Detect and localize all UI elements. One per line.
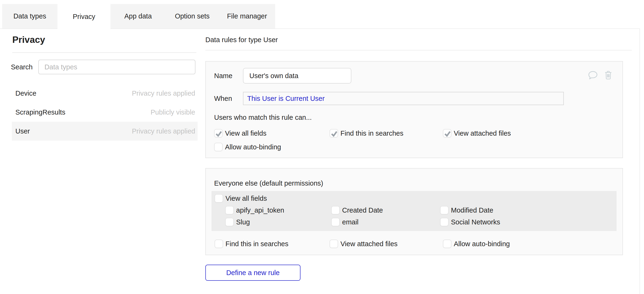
- checkbox[interactable]: [214, 239, 223, 248]
- search-row: Search: [11, 60, 196, 74]
- section-divider: [205, 50, 632, 51]
- field-checkbox-grid: apify_api_token Created Date Modified Da…: [225, 206, 616, 226]
- default-view-attached-files[interactable]: View attached files: [330, 239, 443, 248]
- tab-privacy[interactable]: Privacy: [58, 4, 110, 29]
- tab-option-sets[interactable]: Option sets: [166, 4, 219, 29]
- perm-view-all-fields[interactable]: View all fields: [214, 129, 330, 138]
- search-label: Search: [11, 63, 33, 71]
- tab-bar: Data types Privacy App data Option sets …: [2, 4, 275, 29]
- list-item-device[interactable]: Device Privacy rules applied: [12, 84, 198, 103]
- field-created-date[interactable]: Created Date: [331, 206, 440, 214]
- left-panel-divider: [12, 52, 196, 53]
- checkbox[interactable]: [225, 218, 234, 226]
- tab-label: Data types: [14, 12, 46, 20]
- field-email[interactable]: email: [331, 218, 440, 226]
- rule-name-row: Name: [214, 68, 615, 84]
- checkbox[interactable]: [225, 206, 234, 214]
- privacy-status: Publicly visible: [150, 108, 195, 116]
- perm-find-in-searches[interactable]: Find this in searches: [330, 129, 443, 138]
- rule-when-row: When This User is Current User: [214, 92, 615, 105]
- data-type-name: ScrapingResults: [16, 108, 65, 116]
- checkbox[interactable]: [331, 206, 340, 214]
- checkbox-label: View all fields: [225, 129, 266, 137]
- checkbox-label: Find this in searches: [340, 129, 404, 137]
- data-type-name: User: [16, 127, 30, 135]
- default-allow-auto-binding[interactable]: Allow auto-binding: [443, 239, 622, 248]
- rule-permissions: View all fields Find this in searches Vi…: [214, 129, 615, 151]
- field-modified-date[interactable]: Modified Date: [440, 206, 616, 214]
- when-label: When: [214, 95, 243, 103]
- checkbox[interactable]: [443, 239, 452, 248]
- checkbox-label: Allow auto-binding: [225, 143, 281, 151]
- tab-label: Option sets: [175, 12, 210, 20]
- checkbox-label: Slug: [236, 218, 250, 226]
- default-permissions-title: Everyone else (default permissions): [214, 179, 622, 187]
- default-view-all-fields[interactable]: View all fields: [214, 194, 616, 203]
- button-label: Define a new rule: [226, 269, 280, 277]
- checkbox-label: View attached files: [340, 240, 398, 248]
- privacy-status: Privacy rules applied: [132, 127, 195, 135]
- tab-label: File manager: [227, 12, 267, 20]
- comment-icon[interactable]: [588, 70, 598, 81]
- page-title: Privacy: [12, 35, 45, 45]
- checkbox[interactable]: [330, 129, 338, 138]
- checkbox-label: apify_api_token: [236, 206, 284, 214]
- when-condition-field[interactable]: This User is Current User: [243, 92, 564, 105]
- checkbox-label: Social Networks: [451, 218, 500, 226]
- tab-label: App data: [124, 12, 152, 20]
- privacy-rule-card: Name When This User is Current User User…: [205, 61, 623, 158]
- checkbox-label: Find this in searches: [226, 240, 288, 248]
- tab-app-data[interactable]: App data: [110, 4, 166, 29]
- perm-view-attached-files[interactable]: View attached files: [443, 129, 615, 138]
- field-permissions-box: View all fields apify_api_token Created …: [212, 191, 616, 231]
- checkbox[interactable]: [443, 129, 452, 138]
- default-bottom-permissions: Find this in searches View attached file…: [214, 239, 622, 248]
- tab-file-manager[interactable]: File manager: [219, 4, 275, 29]
- checkbox[interactable]: [440, 206, 448, 214]
- rule-subtitle: Users who match this rule can...: [214, 114, 615, 121]
- trash-icon[interactable]: [604, 70, 613, 80]
- tab-label: Privacy: [73, 13, 95, 21]
- data-type-name: Device: [16, 90, 36, 97]
- name-label: Name: [214, 72, 243, 80]
- rule-card-actions: [588, 70, 613, 81]
- perm-allow-auto-binding[interactable]: Allow auto-binding: [214, 143, 330, 151]
- content-right-border: [640, 29, 640, 294]
- rule-name-input[interactable]: [243, 68, 351, 84]
- checkbox[interactable]: [330, 239, 338, 248]
- list-item-user[interactable]: User Privacy rules applied: [12, 122, 198, 141]
- default-permissions-card: Everyone else (default permissions) View…: [205, 168, 623, 255]
- privacy-status: Privacy rules applied: [132, 90, 195, 97]
- checkbox[interactable]: [331, 218, 340, 226]
- checkbox-label: View attached files: [454, 129, 511, 137]
- data-type-list: Device Privacy rules applied ScrapingRes…: [12, 84, 198, 141]
- checkbox[interactable]: [214, 129, 223, 138]
- checkbox[interactable]: [214, 143, 223, 151]
- define-new-rule-button[interactable]: Define a new rule: [205, 265, 300, 281]
- field-social-networks[interactable]: Social Networks: [440, 218, 616, 226]
- checkbox[interactable]: [440, 218, 448, 226]
- list-item-scrapingresults[interactable]: ScrapingResults Publicly visible: [12, 103, 198, 122]
- section-heading: Data rules for type User: [205, 36, 278, 44]
- checkbox-label: Created Date: [342, 206, 383, 214]
- checkbox[interactable]: [214, 194, 223, 203]
- tab-data-types[interactable]: Data types: [2, 4, 58, 29]
- checkbox-label: Allow auto-binding: [454, 240, 510, 248]
- field-slug[interactable]: Slug: [225, 218, 331, 226]
- when-condition-text: This User is Current User: [247, 95, 324, 103]
- checkbox-label: email: [342, 218, 358, 226]
- checkbox-label: View all fields: [226, 195, 267, 202]
- search-input[interactable]: [38, 60, 196, 74]
- checkbox-label: Modified Date: [451, 206, 493, 214]
- field-apify-api-token[interactable]: apify_api_token: [225, 206, 331, 214]
- privacy-settings-page: Data types Privacy App data Option sets …: [0, 0, 644, 294]
- default-find-in-searches[interactable]: Find this in searches: [214, 239, 330, 248]
